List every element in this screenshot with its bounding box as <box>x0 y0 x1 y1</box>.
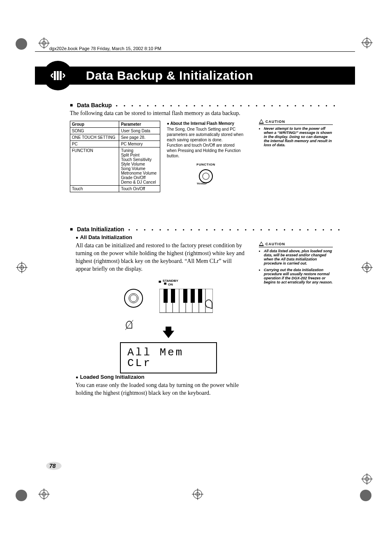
keyboard-icon <box>159 289 213 315</box>
section-badge-icon <box>43 61 73 90</box>
registration-mark-icon <box>362 263 371 272</box>
warning-icon <box>259 242 264 246</box>
transpose-label: TRANSP <box>163 182 241 186</box>
registration-mark-icon <box>17 263 26 272</box>
registration-mark-icon <box>362 474 371 484</box>
down-arrow-icon <box>163 331 174 338</box>
svg-rect-13 <box>171 289 175 303</box>
flash-memory-note: ● About the Internal Flash Memory The So… <box>167 121 245 187</box>
loaded-song-body: You can erase only the loaded song data … <box>76 382 252 397</box>
table-row: TouchTouch On/Off <box>70 186 160 192</box>
svg-rect-14 <box>183 289 187 303</box>
section-heading: Data Initialization <box>77 226 124 233</box>
registration-mark-icon <box>193 490 202 499</box>
leader-dots: • • • • • • • • • • • • • • • • • • • • … <box>116 103 341 108</box>
table-head-parameter: Parameter <box>119 121 160 128</box>
page-title: Data Backup & Initialization <box>86 69 253 83</box>
registration-mark-icon <box>39 490 48 499</box>
svg-rect-15 <box>191 289 195 303</box>
square-bullet-icon: ■ <box>70 102 73 108</box>
svg-rect-16 <box>198 289 202 303</box>
section-heading: Data Backup <box>77 102 112 108</box>
caution-item: All data listed above, plus loaded song … <box>264 249 333 265</box>
table-head-group: Group <box>70 121 119 128</box>
svg-rect-0 <box>54 71 56 80</box>
running-header: dgx202e.book Page 78 Friday, March 15, 2… <box>49 46 161 51</box>
svg-rect-12 <box>164 289 168 303</box>
leader-dots: • • • • • • • • • • • • • • • • • • • • … <box>128 227 341 232</box>
registration-mark-icon <box>39 39 48 48</box>
table-row: PCPC Memory <box>70 141 160 147</box>
square-bullet-icon: ■ <box>70 226 73 232</box>
on-icon: ▀ <box>164 283 166 286</box>
table-row: SONGUser Song Data <box>70 128 160 134</box>
warning-icon <box>259 119 264 124</box>
registration-mark-icon <box>362 38 371 47</box>
all-data-init-body: All data can be initialized and restored… <box>76 242 248 273</box>
backup-table: Group Parameter SONGUser Song Data ONE T… <box>70 121 160 192</box>
hand-icon <box>123 316 139 332</box>
svg-rect-1 <box>57 71 59 80</box>
crop-mark-icon <box>360 490 371 501</box>
title-band: Data Backup & Initialization <box>35 67 355 85</box>
lcd-display: All Mem CLr <box>120 342 217 373</box>
caution-box: CAUTION Never attempt to turn the power … <box>259 119 333 150</box>
page-number: 78 <box>49 463 56 469</box>
table-row: FUNCTIONTuning Split Point Touch Sensiti… <box>70 147 160 186</box>
function-button-icon <box>199 169 213 183</box>
table-row: ONE TOUCH SETTINGSee page 28. <box>70 134 160 141</box>
round-bullet-icon: ● <box>76 235 78 240</box>
svg-rect-2 <box>60 71 62 80</box>
caution-item: Never attempt to turn the power off when… <box>264 127 333 147</box>
caution-box: CAUTION All data listed above, plus load… <box>259 242 333 287</box>
section-loaded-song-init: ●Loaded Song Initializaion You can erase… <box>70 373 341 403</box>
power-button-icon <box>124 289 143 308</box>
standby-icon: ▄ <box>159 279 161 283</box>
initialization-diagram: ▄ STANDBY ▀ ON <box>111 279 226 373</box>
function-label: FUNCTION <box>167 163 245 167</box>
caution-item: Carrying out the data initialization pro… <box>264 268 333 284</box>
crop-mark-icon <box>16 38 27 50</box>
section-intro: The following data can be stored to inte… <box>70 110 341 117</box>
flash-memory-body: The Song, One Touch Setting and PC param… <box>167 127 245 159</box>
header-rule <box>35 51 355 52</box>
crop-mark-icon <box>16 490 27 501</box>
round-bullet-icon: ● <box>76 375 78 380</box>
